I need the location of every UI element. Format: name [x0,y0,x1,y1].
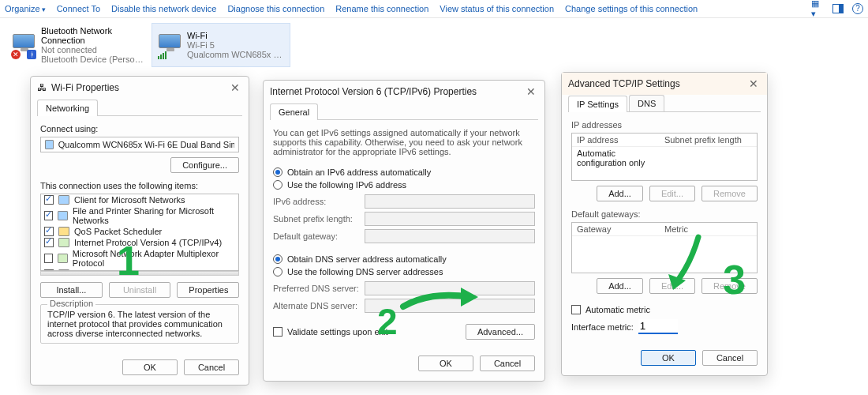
radio-auto-address[interactable]: Obtain an IPv6 address automatically [273,167,535,177]
checkbox-icon [273,327,282,337]
list-item-label: File and Printer Sharing for Microsoft N… [73,206,235,225]
help-icon[interactable]: ? [852,3,863,14]
checkbox-icon[interactable] [44,195,54,205]
auto-metric-label: Automatic metric [586,305,650,314]
prefix-label: Subnet prefix length: [273,214,360,224]
pref-dns-label: Preferred DNS server: [273,284,360,293]
wifi-connection-icon [159,32,181,58]
radio-icon [273,167,282,177]
ipv6-properties-dialog: Internet Protocol Version 6 (TCP/IPv6) P… [263,80,545,382]
connect-to-link[interactable]: Connect To [57,4,100,13]
col-metric-header: Metric [664,224,752,234]
adapter-name: Qualcomm WCN685x Wi-Fi 6E Dual Band Simu… [58,140,234,149]
remove-ip-button[interactable]: Remove [702,186,758,201]
pref-dns-input [365,281,535,295]
cancel-button[interactable]: Cancel [480,356,535,371]
remove-gw-button[interactable]: Remove [702,278,758,294]
interface-metric-label: Interface metric: [571,322,634,332]
adapter-icon [45,140,54,149]
items-listbox[interactable]: Client for Microsoft Networks File and P… [40,194,239,271]
protocol-icon [58,254,68,263]
install-button[interactable]: Install... [40,282,103,298]
connection-status: Wi-Fi 5 [187,40,290,50]
radio-use-address[interactable]: Use the following IPv6 address [273,180,535,190]
diagnose-link[interactable]: Diagnose this connection [227,4,324,13]
col-prefix-header: Subnet prefix length [664,135,752,145]
service-icon [58,227,69,236]
connection-title: Bluetooth Network Connection [41,26,144,45]
organize-menu[interactable]: Organize [5,4,46,13]
view-status-link[interactable]: View status of this connection [440,4,554,13]
intro-text: You can get IPv6 settings assigned autom… [273,128,535,156]
add-ip-button[interactable]: Add... [597,186,643,201]
close-icon[interactable]: ✕ [746,77,761,90]
edit-ip-button[interactable]: Edit... [649,186,695,201]
list-item-label: Client for Microsoft Networks [74,195,185,205]
bluetooth-connection-icon: ✕ ᚼ [13,32,35,58]
checkbox-icon[interactable] [44,227,54,236]
dialog-title: Internet Protocol Version 6 (TCP/IPv6) P… [270,86,477,97]
preview-pane-icon[interactable] [832,2,844,15]
command-bar: Organize Connect To Disable this network… [0,0,868,18]
horizontal-scrollbar[interactable] [40,271,239,276]
list-item[interactable]: File and Printer Sharing for Microsoft N… [41,205,238,226]
ok-button[interactable]: OK [122,359,178,375]
description-group: Description TCP/IP version 6. The latest… [40,304,239,344]
tab-networking[interactable]: Networking [37,100,98,116]
ok-button[interactable]: OK [418,356,473,371]
client-icon [58,195,69,205]
dialog-title: Advanced TCP/IP Settings [568,78,680,89]
list-item[interactable]: Internet Protocol Version 4 (TCP/IPv4) [41,237,238,248]
prefix-input [365,212,535,226]
radio-label: Obtain an IPv6 address automatically [287,167,431,177]
cancel-button[interactable]: Cancel [184,359,239,375]
edit-gw-button[interactable]: Edit... [649,278,695,294]
ip-addresses-label: IP addresses [571,120,758,130]
radio-icon [273,267,282,276]
auto-metric-checkbox[interactable]: Automatic metric [571,305,758,314]
close-icon[interactable]: ✕ [524,85,538,98]
list-item[interactable]: QoS Packet Scheduler [41,226,238,237]
disable-device-link[interactable]: Disable this network device [111,4,216,13]
ipv6-address-label: IPv6 address: [273,197,360,206]
checkbox-icon[interactable] [44,254,53,263]
alt-dns-input [365,299,535,313]
cancel-button[interactable]: Cancel [702,350,758,366]
add-gw-button[interactable]: Add... [597,278,643,294]
client-icon [58,211,68,220]
properties-button[interactable]: Properties [177,282,239,298]
interface-metric-input[interactable] [638,319,678,334]
dialog-title: Wi-Fi Properties [51,82,119,93]
tab-general[interactable]: General [270,103,318,120]
description-label: Description [47,299,95,308]
connection-bluetooth[interactable]: ✕ ᚼ Bluetooth Network Connection Not con… [6,23,145,67]
list-item[interactable]: Client for Microsoft Networks [41,194,238,205]
checkbox-icon[interactable] [44,238,54,247]
radio-auto-dns[interactable]: Obtain DNS server address automatically [273,254,535,264]
gateway-label: Default gateway: [273,231,360,241]
advanced-button[interactable]: Advanced... [466,324,535,340]
connection-status: Not connected [41,45,144,55]
configure-button[interactable]: Configure... [170,157,239,173]
radio-use-dns[interactable]: Use the following DNS server addresses [273,267,535,276]
rename-link[interactable]: Rename this connection [335,4,428,13]
list-item[interactable]: Microsoft Network Adapter Multiplexor Pr… [41,248,238,269]
tab-ip-settings[interactable]: IP Settings [568,96,627,112]
uninstall-button[interactable]: Uninstall [109,282,171,298]
ok-button[interactable]: OK [641,350,696,366]
tab-dns[interactable]: DNS [629,95,664,111]
connect-using-label: Connect using: [40,124,239,134]
validate-on-exit-checkbox[interactable]: Validate settings upon exit [273,327,388,337]
ip-addresses-table: IP addressSubnet prefix length Automatic… [571,133,758,181]
view-mode-icon[interactable]: ▦ ▾ [811,2,824,15]
adapter-field: Qualcomm WCN685x Wi-Fi 6E Dual Band Simu… [40,137,239,152]
change-settings-link[interactable]: Change settings of this connection [565,4,698,13]
checkbox-icon [571,305,581,314]
gateway-input [365,229,535,243]
connection-wifi[interactable]: Wi-Fi Wi-Fi 5 Qualcomm WCN685x Wi-Fi 6E … [152,23,290,67]
alt-dns-label: Alternate DNS server: [273,301,360,310]
monitor-icon: 🖧 [37,82,47,93]
connection-device: Qualcomm WCN685x Wi-Fi 6E Du... [187,50,290,59]
checkbox-icon[interactable] [44,211,53,220]
close-icon[interactable]: ✕ [228,81,242,94]
